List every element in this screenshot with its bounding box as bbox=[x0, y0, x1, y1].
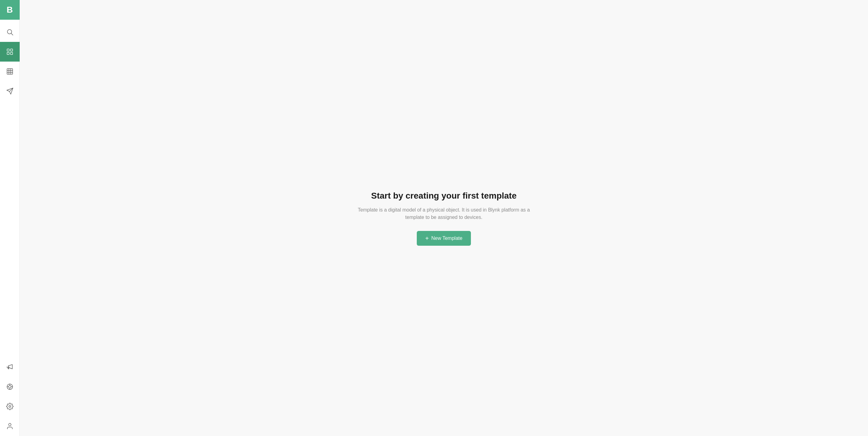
building-icon bbox=[6, 68, 13, 75]
lifeline-icon bbox=[6, 383, 13, 390]
logo-letter: B bbox=[6, 5, 12, 15]
new-template-label: New Template bbox=[431, 236, 462, 241]
sidebar-item-settings[interactable] bbox=[0, 397, 20, 416]
empty-state-title: Start by creating your first template bbox=[371, 190, 517, 201]
svg-point-20 bbox=[9, 424, 11, 426]
svg-point-0 bbox=[7, 30, 12, 34]
sidebar: B bbox=[0, 0, 20, 436]
empty-state-description: Template is a digital model of a physica… bbox=[348, 206, 539, 221]
sidebar-nav bbox=[0, 20, 20, 436]
sidebar-item-search[interactable] bbox=[0, 22, 20, 42]
logo-button[interactable]: B bbox=[0, 0, 20, 20]
gear-icon bbox=[6, 403, 13, 410]
empty-state: Start by creating your first template Te… bbox=[336, 178, 552, 258]
person-icon bbox=[6, 423, 13, 430]
svg-rect-3 bbox=[10, 49, 12, 51]
svg-rect-2 bbox=[7, 49, 9, 51]
svg-point-14 bbox=[9, 385, 11, 388]
grid-icon bbox=[6, 48, 13, 55]
svg-rect-4 bbox=[7, 52, 9, 55]
svg-line-1 bbox=[11, 34, 13, 35]
search-icon bbox=[6, 28, 13, 36]
sidebar-item-campaigns[interactable] bbox=[0, 357, 20, 377]
sidebar-item-devices[interactable] bbox=[0, 62, 20, 81]
sidebar-item-support[interactable] bbox=[0, 377, 20, 397]
sidebar-item-account[interactable] bbox=[0, 416, 20, 436]
svg-rect-6 bbox=[7, 69, 12, 74]
svg-rect-5 bbox=[10, 52, 12, 55]
send-icon bbox=[6, 87, 13, 95]
megaphone-icon bbox=[6, 364, 13, 371]
sidebar-item-templates[interactable] bbox=[0, 42, 20, 62]
new-template-button[interactable]: + New Template bbox=[417, 231, 471, 246]
plus-icon: + bbox=[425, 235, 429, 241]
svg-point-19 bbox=[9, 406, 11, 407]
main-content: Start by creating your first template Te… bbox=[20, 0, 868, 436]
sidebar-item-automations[interactable] bbox=[0, 81, 20, 101]
